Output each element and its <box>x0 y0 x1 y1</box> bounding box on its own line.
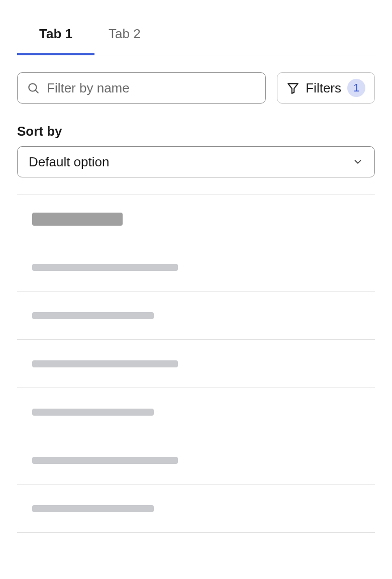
tab-1[interactable]: Tab 1 <box>39 26 72 55</box>
list-item[interactable] <box>17 292 375 340</box>
tab-2[interactable]: Tab 2 <box>109 26 141 55</box>
svg-point-0 <box>29 83 36 91</box>
filters-button-label: Filters <box>306 80 341 96</box>
svg-marker-2 <box>288 83 298 93</box>
sort-selected-value: Default option <box>29 154 109 170</box>
tabs: Tab 1 Tab 2 <box>17 26 375 55</box>
skeleton-bar <box>32 360 178 367</box>
sort-by-label: Sort by <box>17 124 375 139</box>
list-item[interactable] <box>17 243 375 292</box>
filters-count-badge: 1 <box>347 79 365 97</box>
list-item[interactable] <box>17 485 375 533</box>
skeleton-bar <box>32 213 123 226</box>
list-item[interactable] <box>17 195 375 243</box>
skeleton-bar <box>32 409 154 416</box>
list-item[interactable] <box>17 436 375 485</box>
list-item[interactable] <box>17 388 375 436</box>
filter-icon <box>286 81 300 94</box>
skeleton-bar <box>32 312 154 319</box>
skeleton-bar <box>32 505 154 512</box>
skeleton-bar <box>32 457 178 464</box>
search-icon <box>27 81 40 94</box>
sort-select[interactable]: Default option <box>17 146 375 177</box>
controls-row: Filters 1 <box>17 72 375 104</box>
skeleton-bar <box>32 264 178 271</box>
chevron-down-icon <box>352 156 363 167</box>
filter-by-name-field[interactable] <box>17 72 266 104</box>
filter-by-name-input[interactable] <box>46 80 256 96</box>
filters-button[interactable]: Filters 1 <box>277 72 375 104</box>
list-item[interactable] <box>17 340 375 388</box>
results-list <box>17 195 375 533</box>
svg-line-1 <box>36 90 38 93</box>
